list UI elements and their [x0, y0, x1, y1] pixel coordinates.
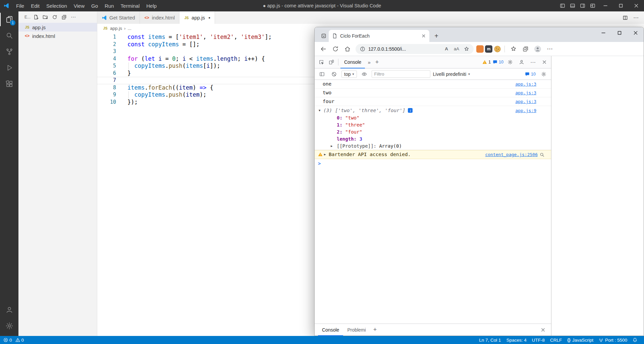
add-favorite-star-icon[interactable] — [462, 46, 471, 52]
menu-view[interactable]: View — [70, 3, 88, 9]
console-messages-badge[interactable]: 10 — [525, 72, 536, 77]
devtools-settings-gear-icon[interactable] — [505, 57, 515, 67]
log-levels-selector[interactable]: Livelli predefiniti ▾ — [433, 71, 470, 77]
page-content[interactable] — [551, 56, 644, 336]
collections-icon[interactable] — [520, 44, 531, 54]
browser-close-button[interactable] — [628, 27, 644, 39]
browser-tab[interactable]: Ciclo ForEach — [329, 30, 429, 42]
tab-app.js[interactable]: JSapp.js● — [179, 11, 215, 24]
notifications-bell-icon[interactable] — [630, 338, 640, 342]
drawer-add-tab-icon[interactable]: + — [370, 326, 380, 333]
breadcrumb-symbol[interactable]: ... — [127, 26, 131, 31]
tab-index.html[interactable]: <>index.html — [140, 11, 179, 24]
source-link[interactable]: app.js:3 — [515, 98, 536, 105]
live-server-port[interactable]: Port : 5500 — [596, 338, 630, 343]
home-icon[interactable] — [342, 44, 353, 54]
text-size-icon[interactable]: aA — [452, 46, 461, 51]
toggle-secondary-sidebar-icon[interactable] — [578, 0, 588, 11]
url-text[interactable]: 127.0.0.1:5500/i... — [368, 46, 441, 52]
browser-maximize-button[interactable] — [611, 27, 628, 39]
new-file-icon[interactable] — [33, 14, 39, 20]
address-bar[interactable]: 127.0.0.1:5500/i... A aA — [356, 44, 474, 54]
devtools-more-icon[interactable]: ⋯ — [528, 57, 538, 67]
customize-layout-icon[interactable] — [588, 0, 598, 11]
extensions-icon[interactable] — [0, 76, 18, 92]
menu-terminal[interactable]: Terminal — [117, 3, 143, 9]
console-settings-gear-icon[interactable] — [539, 69, 548, 79]
close-button[interactable] — [629, 0, 644, 11]
warnings-badge[interactable]: 1 — [482, 60, 491, 64]
info-icon[interactable]: i — [408, 108, 413, 113]
account-icon[interactable] — [0, 302, 18, 318]
eol[interactable]: CRLF — [547, 338, 565, 343]
device-toolbar-icon[interactable] — [327, 57, 336, 67]
clear-console-icon[interactable] — [329, 69, 339, 79]
cookie-extension-icon[interactable] — [494, 45, 501, 53]
source-control-icon[interactable] — [0, 44, 18, 60]
drawer-tab-console[interactable]: Console — [318, 324, 343, 336]
browser-minimize-button[interactable] — [595, 27, 611, 39]
magnifier-icon[interactable] — [540, 152, 544, 157]
read-aloud-icon[interactable]: A — [442, 46, 451, 51]
menu-edit[interactable]: Edit — [28, 3, 43, 9]
explorer-icon[interactable]: 1 — [0, 11, 18, 28]
tab-console[interactable]: Console — [340, 56, 365, 68]
drawer-tab-problemi[interactable]: Problemi — [343, 324, 370, 336]
add-panel-icon[interactable]: + — [373, 59, 381, 66]
new-tab-button[interactable]: + — [431, 31, 441, 41]
reload-icon[interactable] — [330, 44, 341, 54]
messages-badge[interactable]: 10 — [493, 60, 503, 64]
toggle-panel-icon[interactable] — [568, 0, 578, 11]
menu-selection[interactable]: Selection — [43, 3, 70, 9]
console-sidebar-icon[interactable] — [317, 69, 327, 79]
expand-triangle-icon[interactable]: ▶ — [324, 151, 329, 158]
tab-get-started[interactable]: Get Started — [97, 11, 140, 24]
toggle-sidebar-icon[interactable] — [557, 0, 568, 11]
source-link[interactable]: app.js:3 — [515, 81, 536, 87]
tab-actions-menu-icon[interactable] — [319, 30, 329, 42]
extension-m-icon[interactable]: m — [485, 45, 492, 53]
menu-go[interactable]: Go — [88, 3, 101, 9]
inspect-element-icon[interactable] — [317, 57, 326, 67]
source-link[interactable]: app.js:9 — [515, 107, 536, 114]
new-folder-icon[interactable] — [43, 14, 48, 20]
console-filter-input[interactable] — [372, 70, 430, 78]
browser-menu-icon[interactable]: ⋯ — [544, 44, 555, 54]
profile-avatar[interactable] — [532, 44, 543, 54]
split-editor-icon[interactable] — [623, 15, 628, 20]
console-prompt[interactable]: > — [315, 159, 551, 168]
close-drawer-icon[interactable] — [538, 325, 548, 335]
run-debug-icon[interactable] — [0, 60, 18, 76]
source-link[interactable]: app.js:3 — [515, 90, 536, 96]
collapse-folders-icon[interactable] — [61, 14, 67, 20]
editor-more-icon[interactable]: ⋯ — [633, 14, 639, 21]
more-tabs-icon[interactable]: » — [366, 59, 372, 65]
cursor-position[interactable]: Ln 7, Col 1 — [476, 338, 503, 343]
menu-file[interactable]: File — [13, 3, 28, 9]
modified-dot-icon[interactable]: ● — [208, 16, 210, 19]
breadcrumb-file[interactable]: app.js — [110, 26, 122, 31]
live-expression-eye-icon[interactable] — [360, 69, 369, 79]
encoding[interactable]: UTF-8 — [529, 338, 547, 343]
site-info-icon[interactable] — [358, 46, 367, 52]
expand-triangle-icon[interactable]: ▼ — [319, 107, 323, 114]
menu-help[interactable]: Help — [143, 3, 160, 9]
menu-run[interactable]: Run — [101, 3, 117, 9]
minimize-button[interactable] — [598, 0, 613, 11]
language-mode[interactable]: {} JavaScript — [565, 338, 596, 343]
context-selector[interactable]: top ▾ — [341, 70, 357, 78]
favorites-icon[interactable] — [508, 44, 519, 54]
views-more-icon[interactable]: ⋯ — [71, 15, 76, 19]
back-icon[interactable] — [318, 44, 329, 54]
maximize-button[interactable] — [613, 0, 629, 11]
expand-triangle-icon[interactable]: ▶ — [331, 143, 337, 149]
settings-gear-icon[interactable] — [0, 318, 18, 334]
file-item-app.js[interactable]: JSapp.js — [18, 23, 97, 32]
close-devtools-icon[interactable] — [540, 57, 549, 67]
search-icon[interactable] — [0, 28, 18, 44]
refresh-icon[interactable] — [52, 14, 57, 20]
source-link[interactable]: content_page.js:2506 — [485, 151, 538, 158]
extension-orange-icon[interactable] — [476, 45, 484, 53]
file-item-index.html[interactable]: <>index.html — [18, 32, 97, 40]
indentation[interactable]: Spaces: 4 — [504, 338, 529, 343]
